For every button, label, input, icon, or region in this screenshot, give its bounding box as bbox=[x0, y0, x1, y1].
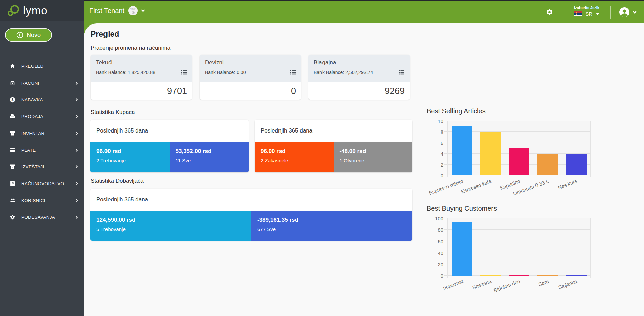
x-axis-label: Snezana bbox=[472, 278, 492, 291]
account-card-header: Devizni Bank Balance: 0.00 bbox=[200, 55, 301, 82]
gridline bbox=[562, 121, 562, 177]
user-account-icon bbox=[619, 7, 629, 17]
sidebar-item-inventar[interactable]: INVENTAR bbox=[0, 125, 84, 142]
sidebar-item-label: NABAVKA bbox=[21, 97, 75, 102]
gridline bbox=[590, 121, 591, 177]
stat-tile-trebovanje[interactable]: 96.00 rsd 2 Trebovanje bbox=[90, 142, 170, 172]
customer-stat-card: Poslednjih 365 dana 96.00 rsd 2 Trebovan… bbox=[90, 120, 249, 172]
gridline bbox=[447, 121, 448, 177]
stat-tile-label: 2 Trebovanje bbox=[96, 158, 170, 163]
account-count: 0 bbox=[291, 86, 296, 96]
plus-circle-icon bbox=[16, 32, 23, 38]
stat-period-label: Poslednjih 365 dana bbox=[90, 120, 249, 142]
account-card-blagajna: Blagajna Bank Balance: 2,502,293.74 9269 bbox=[308, 55, 410, 100]
bar-kapucino[interactable] bbox=[509, 148, 529, 175]
stat-tile-zakasnele[interactable]: 96.00 rsd 2 Zakasnele bbox=[255, 142, 334, 172]
stat-tile-value: 96.00 rsd bbox=[261, 148, 334, 155]
list-icon[interactable] bbox=[181, 70, 187, 75]
language-selector[interactable]: Izaberite Jezik SR bbox=[572, 6, 602, 19]
stat-tile-label: 11 Sve bbox=[176, 158, 249, 163]
stat-tile-value: -48.00 rsd bbox=[340, 148, 413, 155]
sidebar-item-podesavanja[interactable]: PODEŠAVANJA bbox=[0, 209, 84, 225]
y-tick-label: 60 bbox=[438, 239, 443, 244]
chevron-right-icon bbox=[75, 199, 78, 202]
x-axis-label: Nes kafa bbox=[557, 178, 578, 190]
gridline bbox=[476, 121, 476, 177]
list-icon[interactable] bbox=[290, 70, 296, 75]
gridline bbox=[505, 121, 505, 177]
dollar-circle-icon: $ bbox=[9, 97, 16, 103]
sidebar-item-pregled[interactable]: PREGLED bbox=[0, 58, 84, 74]
sidebar-item-racuni[interactable]: RAČUNI bbox=[0, 74, 84, 91]
gridline bbox=[562, 218, 562, 278]
supplier-stat-card: Poslednjih 365 dana 124,590.00 rsd 5 Tre… bbox=[90, 189, 412, 241]
stat-tile-otvorene[interactable]: -48.00 rsd 1 Otvorene bbox=[334, 142, 413, 172]
cash-register-icon bbox=[9, 114, 16, 119]
sidebar-item-nabavka[interactable]: $ NABAVKA bbox=[0, 91, 84, 108]
gridline bbox=[590, 218, 591, 278]
bar-espresso-mleko[interactable] bbox=[452, 126, 472, 175]
account-card-tekuci: Tekući Bank Balance: 1,825,420.88 9701 bbox=[91, 55, 192, 100]
chevron-right-icon bbox=[75, 165, 78, 168]
user-menu[interactable] bbox=[619, 7, 636, 17]
topbar-actions: Izaberite Jezik SR bbox=[546, 1, 644, 23]
y-tick-label: 0 bbox=[441, 173, 443, 178]
bar-nes-kafa[interactable] bbox=[566, 154, 587, 175]
stat-tile-value: 53,352.00 rsd bbox=[176, 148, 249, 155]
chevron-right-icon bbox=[75, 131, 78, 135]
settings-gear-icon[interactable] bbox=[546, 8, 553, 16]
gridline bbox=[505, 218, 505, 278]
chevron-right-icon bbox=[75, 81, 78, 85]
customers-section-title: Statistika Kupaca bbox=[91, 109, 135, 116]
archive-box-icon bbox=[9, 164, 16, 170]
stat-tile-trebovanje[interactable]: 124,590.00 rsd 5 Trebovanje bbox=[90, 211, 251, 241]
chevron-right-icon bbox=[75, 148, 78, 152]
x-axis-label: Bidolina doo bbox=[493, 278, 521, 293]
best-buying-customers-chart: Best Buying Customers 020406080100 nepoz… bbox=[421, 205, 602, 295]
stat-tile-sve[interactable]: -389,161.35 rsd 677 Sve bbox=[251, 211, 412, 241]
tenant-selector[interactable]: First Tenant COMPANY LOGO bbox=[89, 6, 144, 15]
stat-period-label: Poslednjih 365 dana bbox=[255, 120, 412, 142]
stat-period-label: Poslednjih 365 dana bbox=[90, 189, 412, 211]
bar-nepoznat[interactable] bbox=[452, 222, 472, 276]
x-axis-label: Espresso mleko bbox=[428, 178, 464, 196]
serbia-flag-icon bbox=[574, 11, 582, 16]
list-icon[interactable] bbox=[399, 70, 404, 75]
sidebar-item-plate[interactable]: PLATE bbox=[0, 142, 84, 158]
account-card-devizni: Devizni Bank Balance: 0.00 0 bbox=[200, 55, 301, 100]
bar-espresso-kafa[interactable] bbox=[480, 132, 501, 175]
sidebar-item-label: RAČUNOVODSTVO bbox=[21, 181, 75, 186]
sidebar-item-prodaja[interactable]: PRODAJA bbox=[0, 108, 84, 125]
chart-yaxis: 0246810 bbox=[421, 121, 447, 175]
y-tick-label: 4 bbox=[441, 151, 443, 157]
account-count: 9269 bbox=[385, 86, 405, 96]
chevron-right-icon bbox=[75, 215, 78, 219]
account-card-header: Tekući Bank Balance: 1,825,420.88 bbox=[91, 55, 192, 82]
bar-limunada-0-33-l[interactable] bbox=[537, 154, 558, 175]
logo-text: lymo bbox=[23, 4, 48, 17]
stat-tile-sve[interactable]: 53,352.00 rsd 11 Sve bbox=[170, 142, 249, 172]
x-axis-label: Espresso kafa bbox=[460, 178, 492, 194]
sidebar-nav: PREGLED RAČUNI $ NABAVKA PRODAJA INVENTA… bbox=[0, 58, 84, 225]
sidebar-item-label: IZVEŠTAJI bbox=[21, 164, 75, 169]
caret-down-icon bbox=[596, 13, 600, 15]
chart-plot: 020406080100 bbox=[447, 218, 590, 276]
account-name: Devizni bbox=[205, 59, 296, 66]
chevron-right-icon bbox=[75, 115, 78, 118]
sidebar-item-korisnici[interactable]: KORISNICI bbox=[0, 192, 84, 209]
novo-button[interactable]: Novo bbox=[5, 28, 52, 42]
users-icon bbox=[9, 198, 16, 203]
sidebar-item-racunovodstvo[interactable]: RAČUNOVODSTVO bbox=[0, 175, 84, 192]
x-axis-label: Stojanka bbox=[558, 278, 578, 291]
account-card-header: Blagajna Bank Balance: 2,502,293.74 bbox=[308, 55, 410, 82]
home-icon bbox=[9, 63, 16, 69]
app-logo[interactable]: lymo bbox=[0, 0, 84, 21]
sidebar-item-izvestaji[interactable]: IZVEŠTAJI bbox=[0, 158, 84, 175]
customer-stat-card: Poslednjih 365 dana 96.00 rsd 2 Zakasnel… bbox=[255, 120, 412, 172]
settings-gear-icon bbox=[9, 214, 16, 220]
page-title: Pregled bbox=[91, 30, 119, 39]
chart-title: Best Buying Customers bbox=[427, 205, 602, 212]
y-tick-label: 80 bbox=[438, 227, 443, 233]
chevron-right-icon bbox=[75, 98, 78, 101]
building-icon bbox=[132, 11, 135, 14]
